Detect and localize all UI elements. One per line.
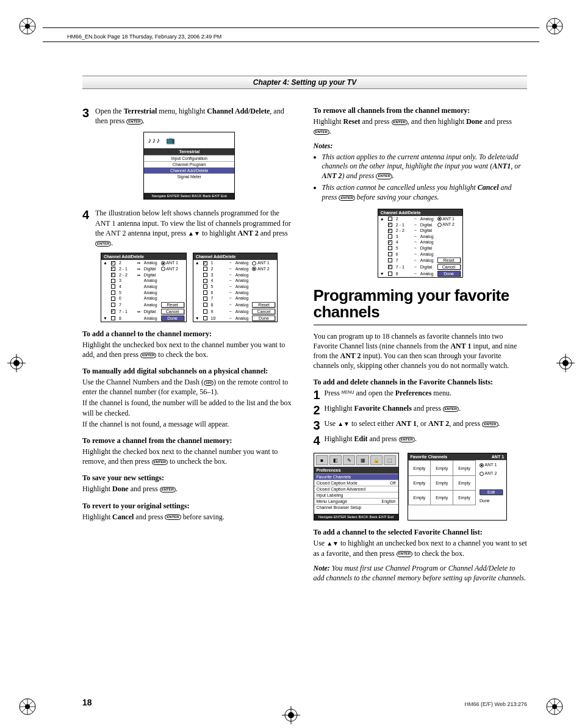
heading-remove-channel: To remove a channel from the channel mem… [82,436,296,445]
arrow-icon: ▲▼ [326,540,339,547]
channel-table-ant2: Channel Add/Delete ▲1−Analog ANT 12−Anal… [193,253,278,322]
heading-add-channel: To add a channel to the channel memory: [82,330,296,339]
text: , and then highlight [408,117,466,126]
text: ANT1 [492,162,511,170]
svg-point-1 [25,24,30,29]
text: Highlight [82,485,112,493]
text: . [498,419,500,428]
target-bottom-icon [282,706,300,724]
enter-icon: ENTER [160,487,176,492]
text: Channel Add/Delete [207,107,270,115]
crop-mark-bl [18,697,37,716]
enter-icon: ENTER [397,551,412,557]
text: and press [361,117,392,126]
osd-item: Input Configuration [144,155,234,161]
text: , and press [449,419,482,428]
left-column: 3 Open the Terrestrial menu, highlight C… [82,106,296,583]
channel-table-center: Channel Add/Delete ▲2−Analog ANT 12 - 1−… [378,209,463,278]
notes-label: Notes: [314,142,333,150]
step-number-4b: 4 [314,434,325,448]
text: Done [112,485,129,493]
text: before saving your changes. [355,193,439,201]
text: menu, highlight [157,107,207,115]
book-header: HM66_EN.book Page 18 Thursday, February … [67,34,221,40]
terrestrial-osd: ♪♪♪ 📺 Terrestrial Input Configuration Ch… [143,132,235,200]
text: , or [511,162,521,170]
text: Highlight [325,404,354,413]
page-number: 18 [82,697,92,707]
enter-icon: ENTER [392,120,408,125]
crop-mark-tl [18,17,37,35]
step-number-3: 3 [82,106,93,120]
heading-revert-settings: To revert to your original settings: [82,502,296,511]
text: Done [466,117,483,126]
enter-icon: ENTER [126,119,142,124]
text: You must first use Channel Program or Ch… [314,564,526,582]
text: ANT 2 [238,229,259,237]
text: Open the [95,107,124,115]
text: Cancel [112,513,134,521]
text: ANT 2 [322,171,342,180]
enter-icon: ENTER [165,514,181,520]
notes-list: This action applies to the current anten… [322,153,528,203]
step-number-2: 2 [314,403,325,417]
osd-item: Channel Program [144,161,234,167]
heading-remove-all: To remove all channels from the channel … [314,106,528,115]
crop-mark-br [545,697,564,716]
text: ANT 2 [485,471,497,475]
text: and press [134,513,165,521]
enter-icon: ENTER [339,195,354,201]
text: ANT 2 [428,419,449,428]
arrow-icon: ▲▼ [188,230,200,237]
text: and open the [354,389,395,397]
text: If the channel is not found, a message w… [82,419,296,429]
section-title: Programming your favorite channels [314,287,528,321]
enter-icon: ENTER [314,129,329,135]
text: Use [314,539,327,547]
note-label: Note: [314,564,330,572]
preferences-osd: ■◧✎▦🔒⬚ Preferences Favorite ChannelsClos… [314,453,399,521]
svg-point-5 [25,704,30,709]
text: ANT 2 [340,351,361,360]
footer-right: HM66 (E/F) Web 213:276 [465,701,527,707]
text: If the channel is found, the number will… [82,398,296,417]
osd-item-selected: Channel Add/Delete [144,167,234,173]
edit-button: Edit [480,489,503,495]
chapter-title: Chapter 4: Setting up your TV [82,76,527,89]
text: Cancel [478,183,499,192]
favorite-channels-osd: Favorite Channels ANT 1 EmptyEmptyEmptyE… [408,453,508,521]
text: Favorite Channels [354,404,412,413]
osd-title: Channel Add/Delete [378,209,462,216]
text: Preferences [395,389,432,397]
osd-ant-label: ANT 1 [492,455,504,459]
enter-icon: ENTER [376,173,392,179]
osd-footer: Navigate ENTER Select BACK Back EXIT Exi… [314,514,398,520]
channel-table-ant1: Channel Add/Delete ▲2••Analog ANT 12 - 1… [101,253,187,322]
target-left-icon [7,354,26,372]
osd-title: Channel Add/Delete [193,253,278,260]
text: to select either [350,419,396,428]
heading-save-settings: To save your new settings: [82,474,296,483]
heading-add-fav: To add and delete channels in the Favori… [314,378,528,387]
text: and press [483,117,512,126]
text: before saving. [181,513,225,521]
text: ) and press [342,171,376,180]
text: and press [368,434,399,443]
target-right-icon [556,354,575,372]
text: Reset [343,117,361,126]
text: to uncheck the box. [168,457,227,466]
text: Done [480,499,490,503]
text: Use the Channel Numbers and the Dash ( [82,378,204,386]
text: . [415,434,417,443]
menu-icon: MENU [342,390,354,394]
enter-icon: ENTER [399,437,415,442]
text: . [176,485,178,493]
svg-point-7 [552,704,557,709]
dash-100-icon: 100 [204,380,214,386]
text: to check the box. [412,549,464,558]
step-number-3b: 3 [314,419,325,433]
text: . [392,171,394,180]
osd-title: Preferences [314,467,398,474]
osd-title: Favorite Channels [411,455,448,459]
text: Highlight [314,117,343,126]
